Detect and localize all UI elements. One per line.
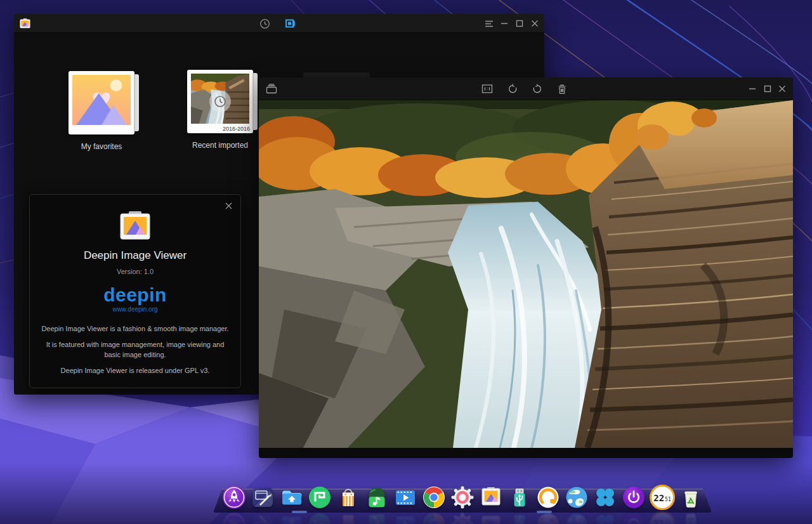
- image-viewer-view-window: [259, 77, 793, 458]
- about-dialog: Deepin Image Viewer Version: 1.0 deepin …: [29, 194, 241, 388]
- minimize-button[interactable]: [497, 16, 512, 31]
- about-version: Version: 1.0: [30, 268, 240, 275]
- album-name: My favorites: [60, 142, 143, 151]
- dock-item-globe[interactable]: [564, 485, 589, 510]
- dock-item-app-store[interactable]: [336, 485, 361, 510]
- dock-clock[interactable]: 22 51: [650, 485, 675, 510]
- dock-item-file-manager[interactable]: [278, 485, 304, 510]
- cluster-dots-icon: [593, 485, 618, 510]
- image-viewer-icon: [478, 485, 504, 510]
- dock-item-shutdown[interactable]: [621, 485, 646, 510]
- album-tab-icon-active[interactable]: [282, 16, 298, 31]
- clock-face: 22 51: [650, 485, 675, 510]
- album-window-titlebar[interactable]: [14, 14, 544, 33]
- album-card-recent-imported[interactable]: 2016-2016 Recent imported: [178, 70, 262, 150]
- dock-item-launcher[interactable]: [221, 485, 247, 510]
- minimize-button[interactable]: [745, 81, 760, 96]
- control-center-gear-icon: [450, 485, 475, 510]
- viewer-titlebar[interactable]: [259, 77, 793, 100]
- adapt-1-1-icon[interactable]: [480, 81, 495, 96]
- about-line-2: It is featured with image management, im…: [40, 340, 230, 360]
- desktop: My favorites: [0, 0, 812, 524]
- dock-item-usb-drive[interactable]: [507, 485, 532, 510]
- album-card-favorites[interactable]: My favorites: [60, 71, 143, 151]
- app-icon: [17, 16, 32, 31]
- app-store-bag-icon: [336, 485, 361, 510]
- globe-browser-icon: [564, 485, 589, 510]
- clock-minute: 51: [665, 497, 671, 502]
- about-app-icon: [119, 211, 151, 240]
- about-description: Deepin Image Viewer is a fashion & smoot…: [40, 324, 230, 376]
- dock-item-maze-app[interactable]: [307, 485, 332, 510]
- delete-icon[interactable]: [554, 81, 570, 96]
- close-button[interactable]: [527, 16, 542, 31]
- album-name: Recent imported: [178, 141, 262, 150]
- dock-item-chrome[interactable]: [421, 485, 447, 510]
- menu-button[interactable]: [481, 16, 497, 31]
- about-line-3: Deepin Image Viewer is released under GP…: [40, 366, 230, 376]
- dock-item-control-center[interactable]: [450, 485, 475, 510]
- dock-item-cluster-app[interactable]: [593, 485, 618, 510]
- timeline-tab-icon[interactable]: [257, 16, 272, 31]
- about-close-button[interactable]: [223, 200, 234, 211]
- dock-item-movie[interactable]: [393, 485, 418, 510]
- clock-hour: 22: [653, 494, 664, 502]
- dock-item-terminal[interactable]: [250, 485, 275, 510]
- close-button[interactable]: [775, 81, 790, 96]
- dock-item-image-viewer[interactable]: [478, 485, 504, 510]
- maximize-button[interactable]: [760, 81, 775, 96]
- shutdown-power-icon: [621, 485, 646, 510]
- album-date-range: 2016-2016: [223, 126, 250, 132]
- launcher-rocket-icon: [221, 485, 247, 510]
- river-canyon-photo: [259, 100, 793, 448]
- deepin-website-link[interactable]: www.deepin.org: [30, 306, 240, 313]
- album-thumbnail: [69, 71, 134, 134]
- deepin-logo: deepin: [30, 285, 240, 305]
- about-title: Deepin Image Viewer: [30, 249, 240, 262]
- terminal-icon: [250, 485, 275, 510]
- file-manager-folder-icon: [278, 485, 304, 510]
- dial-knob-icon: [535, 485, 561, 510]
- rotate-clockwise-icon[interactable]: [529, 81, 544, 96]
- album-thumbnail: 2016-2016: [187, 70, 253, 133]
- maximize-button[interactable]: [512, 16, 527, 31]
- photo-canvas[interactable]: [259, 100, 793, 448]
- trash-recycle-icon: [678, 485, 704, 510]
- movie-filmstrip-icon: [393, 485, 418, 510]
- maze-app-icon: [307, 485, 332, 510]
- about-line-1: Deepin Image Viewer is a fashion & smoot…: [40, 324, 230, 334]
- music-icon: [364, 485, 390, 510]
- recent-clock-badge: [209, 91, 231, 112]
- dock-icons: 22 51: [221, 485, 704, 510]
- chrome-browser-icon: [421, 485, 447, 510]
- dock-item-trash[interactable]: [678, 485, 704, 510]
- dock-item-music[interactable]: [364, 485, 390, 510]
- rotate-counterclockwise-icon[interactable]: [505, 81, 520, 96]
- favorites-cover-art: [72, 75, 131, 125]
- usb-drive-icon: [507, 485, 532, 510]
- dock-item-dial-app[interactable]: [535, 485, 561, 510]
- back-to-collection-icon[interactable]: [264, 81, 279, 96]
